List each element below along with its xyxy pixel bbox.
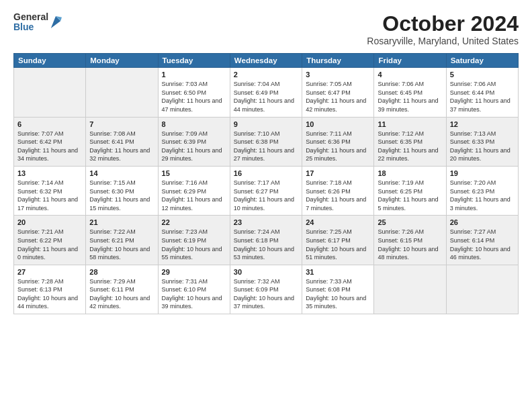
day-detail: Sunrise: 7:27 AM Sunset: 6:14 PM Dayligh… <box>450 228 515 261</box>
day-number: 19 <box>450 169 515 177</box>
day-number: 16 <box>234 169 298 177</box>
day-number: 12 <box>450 120 515 128</box>
day-detail: Sunrise: 7:16 AM Sunset: 6:29 PM Dayligh… <box>162 179 226 212</box>
day-number: 31 <box>306 268 370 276</box>
calendar-week-row: 1Sunrise: 7:03 AM Sunset: 6:50 PM Daylig… <box>14 68 519 117</box>
day-detail: Sunrise: 7:19 AM Sunset: 6:25 PM Dayligh… <box>378 179 442 212</box>
day-number: 3 <box>306 71 370 79</box>
calendar-header-sunday: Sunday <box>14 54 86 68</box>
calendar-day-cell: 1Sunrise: 7:03 AM Sunset: 6:50 PM Daylig… <box>158 68 230 117</box>
calendar-day-cell <box>446 265 518 314</box>
calendar-day-cell <box>86 68 158 117</box>
day-detail: Sunrise: 7:31 AM Sunset: 6:10 PM Dayligh… <box>162 277 226 311</box>
calendar-day-cell: 4Sunrise: 7:06 AM Sunset: 6:45 PM Daylig… <box>374 68 446 117</box>
title-block: October 2024 Rosaryville, Maryland, Unit… <box>367 12 519 46</box>
calendar-day-cell: 7Sunrise: 7:08 AM Sunset: 6:41 PM Daylig… <box>86 117 158 166</box>
day-number: 11 <box>378 120 442 128</box>
calendar-week-row: 20Sunrise: 7:21 AM Sunset: 6:22 PM Dayli… <box>14 216 519 265</box>
calendar-week-row: 6Sunrise: 7:07 AM Sunset: 6:42 PM Daylig… <box>14 117 519 166</box>
day-detail: Sunrise: 7:29 AM Sunset: 6:11 PM Dayligh… <box>89 277 154 311</box>
calendar-day-cell: 13Sunrise: 7:14 AM Sunset: 6:32 PM Dayli… <box>14 166 86 215</box>
day-number: 4 <box>378 71 442 79</box>
day-number: 7 <box>89 120 154 128</box>
day-detail: Sunrise: 7:26 AM Sunset: 6:15 PM Dayligh… <box>378 228 442 261</box>
calendar-header-saturday: Saturday <box>446 54 518 68</box>
day-detail: Sunrise: 7:17 AM Sunset: 6:27 PM Dayligh… <box>234 179 298 212</box>
logo-text: General Blue <box>13 12 48 33</box>
calendar-page: General Blue October 2024 Rosaryville, M… <box>0 0 532 321</box>
day-number: 21 <box>89 218 154 226</box>
day-number: 8 <box>162 120 226 128</box>
calendar-week-row: 13Sunrise: 7:14 AM Sunset: 6:32 PM Dayli… <box>14 166 519 215</box>
day-detail: Sunrise: 7:08 AM Sunset: 6:41 PM Dayligh… <box>89 130 154 163</box>
day-number: 22 <box>162 218 226 226</box>
calendar-day-cell: 2Sunrise: 7:04 AM Sunset: 6:49 PM Daylig… <box>230 68 302 117</box>
calendar-day-cell: 12Sunrise: 7:13 AM Sunset: 6:33 PM Dayli… <box>446 117 518 166</box>
calendar-day-cell: 3Sunrise: 7:05 AM Sunset: 6:47 PM Daylig… <box>302 68 374 117</box>
calendar-header-wednesday: Wednesday <box>230 54 302 68</box>
day-number: 13 <box>17 169 82 177</box>
day-number: 24 <box>306 218 370 226</box>
day-detail: Sunrise: 7:11 AM Sunset: 6:36 PM Dayligh… <box>306 130 370 163</box>
calendar-day-cell: 17Sunrise: 7:18 AM Sunset: 6:26 PM Dayli… <box>302 166 374 215</box>
day-detail: Sunrise: 7:05 AM Sunset: 6:47 PM Dayligh… <box>306 80 370 113</box>
calendar-table: SundayMondayTuesdayWednesdayThursdayFrid… <box>13 53 519 314</box>
calendar-day-cell: 16Sunrise: 7:17 AM Sunset: 6:27 PM Dayli… <box>230 166 302 215</box>
day-detail: Sunrise: 7:25 AM Sunset: 6:17 PM Dayligh… <box>306 228 370 261</box>
calendar-day-cell: 25Sunrise: 7:26 AM Sunset: 6:15 PM Dayli… <box>374 216 446 265</box>
calendar-day-cell: 18Sunrise: 7:19 AM Sunset: 6:25 PM Dayli… <box>374 166 446 215</box>
calendar-day-cell: 8Sunrise: 7:09 AM Sunset: 6:39 PM Daylig… <box>158 117 230 166</box>
day-number: 9 <box>234 120 298 128</box>
calendar-day-cell: 21Sunrise: 7:22 AM Sunset: 6:21 PM Dayli… <box>86 216 158 265</box>
day-number: 2 <box>234 71 298 79</box>
calendar-day-cell: 11Sunrise: 7:12 AM Sunset: 6:35 PM Dayli… <box>374 117 446 166</box>
calendar-day-cell: 6Sunrise: 7:07 AM Sunset: 6:42 PM Daylig… <box>14 117 86 166</box>
logo: General Blue <box>13 12 62 33</box>
header: General Blue October 2024 Rosaryville, M… <box>13 12 519 46</box>
day-number: 6 <box>17 120 82 128</box>
day-detail: Sunrise: 7:13 AM Sunset: 6:33 PM Dayligh… <box>450 130 515 163</box>
day-detail: Sunrise: 7:06 AM Sunset: 6:44 PM Dayligh… <box>450 80 515 113</box>
day-number: 26 <box>450 218 515 226</box>
day-number: 5 <box>450 71 515 79</box>
day-number: 18 <box>378 169 442 177</box>
day-detail: Sunrise: 7:04 AM Sunset: 6:49 PM Dayligh… <box>234 80 298 113</box>
day-number: 25 <box>378 218 442 226</box>
calendar-day-cell: 20Sunrise: 7:21 AM Sunset: 6:22 PM Dayli… <box>14 216 86 265</box>
day-detail: Sunrise: 7:23 AM Sunset: 6:19 PM Dayligh… <box>162 228 226 261</box>
calendar-header-row: SundayMondayTuesdayWednesdayThursdayFrid… <box>14 54 519 68</box>
day-number: 27 <box>17 268 82 276</box>
calendar-header-tuesday: Tuesday <box>158 54 230 68</box>
day-number: 14 <box>89 169 154 177</box>
calendar-header-friday: Friday <box>374 54 446 68</box>
calendar-day-cell: 10Sunrise: 7:11 AM Sunset: 6:36 PM Dayli… <box>302 117 374 166</box>
day-detail: Sunrise: 7:18 AM Sunset: 6:26 PM Dayligh… <box>306 179 370 212</box>
location-text: Rosaryville, Maryland, United States <box>367 36 519 46</box>
calendar-day-cell: 15Sunrise: 7:16 AM Sunset: 6:29 PM Dayli… <box>158 166 230 215</box>
day-detail: Sunrise: 7:12 AM Sunset: 6:35 PM Dayligh… <box>378 130 442 163</box>
calendar-day-cell: 5Sunrise: 7:06 AM Sunset: 6:44 PM Daylig… <box>446 68 518 117</box>
day-detail: Sunrise: 7:10 AM Sunset: 6:38 PM Dayligh… <box>234 130 298 163</box>
day-number: 29 <box>162 268 226 276</box>
day-detail: Sunrise: 7:22 AM Sunset: 6:21 PM Dayligh… <box>89 228 154 261</box>
calendar-week-row: 27Sunrise: 7:28 AM Sunset: 6:13 PM Dayli… <box>14 265 519 314</box>
calendar-day-cell: 28Sunrise: 7:29 AM Sunset: 6:11 PM Dayli… <box>86 265 158 314</box>
calendar-day-cell: 22Sunrise: 7:23 AM Sunset: 6:19 PM Dayli… <box>158 216 230 265</box>
day-detail: Sunrise: 7:14 AM Sunset: 6:32 PM Dayligh… <box>17 179 82 212</box>
calendar-day-cell: 23Sunrise: 7:24 AM Sunset: 6:18 PM Dayli… <box>230 216 302 265</box>
day-number: 1 <box>162 71 226 79</box>
calendar-day-cell: 14Sunrise: 7:15 AM Sunset: 6:30 PM Dayli… <box>86 166 158 215</box>
day-detail: Sunrise: 7:20 AM Sunset: 6:23 PM Dayligh… <box>450 179 515 212</box>
day-number: 23 <box>234 218 298 226</box>
day-detail: Sunrise: 7:24 AM Sunset: 6:18 PM Dayligh… <box>234 228 298 261</box>
day-number: 20 <box>17 218 82 226</box>
calendar-day-cell: 31Sunrise: 7:33 AM Sunset: 6:08 PM Dayli… <box>302 265 374 314</box>
day-number: 28 <box>89 268 154 276</box>
calendar-header-monday: Monday <box>86 54 158 68</box>
day-detail: Sunrise: 7:28 AM Sunset: 6:13 PM Dayligh… <box>17 277 82 311</box>
calendar-day-cell: 24Sunrise: 7:25 AM Sunset: 6:17 PM Dayli… <box>302 216 374 265</box>
day-detail: Sunrise: 7:06 AM Sunset: 6:45 PM Dayligh… <box>378 80 442 113</box>
calendar-day-cell: 30Sunrise: 7:32 AM Sunset: 6:09 PM Dayli… <box>230 265 302 314</box>
day-detail: Sunrise: 7:15 AM Sunset: 6:30 PM Dayligh… <box>89 179 154 212</box>
day-detail: Sunrise: 7:32 AM Sunset: 6:09 PM Dayligh… <box>234 277 298 311</box>
